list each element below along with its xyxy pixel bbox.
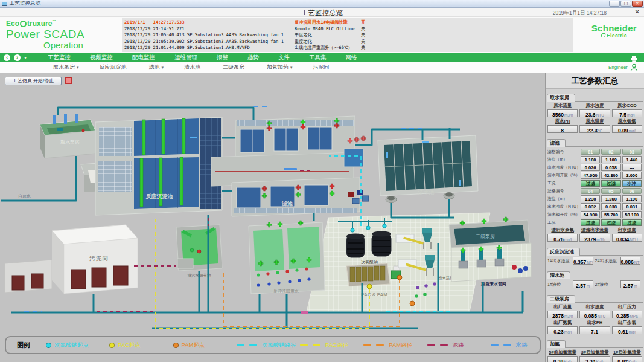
cell-id: 02 [601, 149, 620, 155]
eco-suffix: truxure [27, 19, 52, 28]
section-tab: 滤池 [547, 139, 566, 147]
subnav-intake[interactable]: 取水泵房▾ [53, 63, 79, 71]
mode-badge: 过滤 [601, 180, 620, 187]
secondary-pump-house[interactable]: 二级泵房 至自来水管网 [449, 217, 531, 286]
pac-origin-dot [367, 284, 372, 289]
sedimentation-tank[interactable]: 反应沉淀池 [95, 117, 222, 215]
forward-button[interactable]: › [14, 54, 21, 61]
alarm-row[interactable]: 2018/12/29 21:05:40.413 SP.Substation3.A… [124, 32, 573, 39]
eco-tm: ™ [52, 19, 56, 23]
maximize-button[interactable]: ▢ [620, 1, 631, 7]
plant-overview: 工艺仿真 开始/停止 [0, 73, 545, 362]
ecostruxure-logo: Ecotruxure™ Power SCADA Operation [6, 19, 84, 50]
chevron-down-icon: ▾ [77, 65, 79, 69]
cell-id: 04 [581, 188, 600, 194]
legend-item: 泥路 [427, 341, 491, 349]
raw-water-label: 自原水 [18, 194, 31, 199]
panel-section-chlorine: 加氯 5#前加氯流量0.38Kg/h 3#后加氯流量3.34Kg/h 1#后补氯… [547, 337, 643, 362]
user-name: Engineer [608, 65, 628, 70]
section-tab: 取水泵房 [547, 94, 575, 102]
value-box: 1.180 [581, 156, 600, 163]
value-box: 0.357NTU [573, 257, 593, 265]
panel-section-filter: 滤池 滤格编号 01 02 03 液位（m） 1.180 1.180 1.440… [547, 135, 643, 243]
filter-building[interactable]: 滤池 [211, 116, 369, 216]
simulation-toggle-button[interactable]: 工艺仿真 开始/停止 [5, 77, 62, 85]
nav-item-tools[interactable]: 工具集 [301, 53, 334, 62]
alarm-row[interactable]: 2018/12/29 21:05:39.902 SP.Substation3.A… [124, 39, 573, 45]
subnav-sludge[interactable]: 污泥间 [313, 63, 331, 71]
back-button[interactable]: ‹ [4, 54, 10, 61]
alarm-row[interactable]: 2019/1/1 14:27:17.533 反冲洗回用水1#电磁阀故障 开 [124, 19, 573, 26]
value-box: 2878m3/h [547, 311, 578, 318]
legend-item: PAC路径 [300, 341, 363, 349]
value-box: 0.031 [622, 203, 642, 210]
water-route-icon [491, 344, 499, 346]
subnav-dosing[interactable]: 加絮加药▾ [267, 63, 293, 71]
minimize-button[interactable]: — [609, 1, 620, 7]
to-network-label: 至自来水管网 [480, 282, 506, 286]
chevron-down-icon: ▾ [162, 65, 164, 69]
page-header-strip: 工艺监控总览 2019年1月1日 14:27:18 ✕ [0, 8, 644, 17]
intake-pump-house[interactable]: 取水泵房 [40, 114, 95, 158]
nav-item-files[interactable]: 文件 [270, 53, 298, 62]
naclo-origin-dot [383, 224, 386, 228]
legend-item: 水路 [491, 341, 529, 349]
alarm-message: 反冲洗回用水1#电磁阀故障 [295, 19, 361, 26]
pac-origin-icon [109, 343, 115, 348]
nav-item-video[interactable]: 视频监控 [82, 53, 121, 62]
panel-section-intake: 取水泵房 原水流量3560m3/h 原水浊度23.6NTU 原水COD7.5mg… [547, 90, 643, 134]
value-box: 0.032 [581, 203, 600, 210]
alarm-source: 2018/12/29 21:05:40.413 SP.Substation3.A… [124, 32, 295, 39]
nav-item-network[interactable]: 网络 [338, 53, 365, 62]
sludge-house[interactable]: 污泥间 [5, 225, 138, 294]
value-box: 8 [547, 125, 578, 133]
value-box: 0.026 [581, 164, 600, 171]
subnav-pump2[interactable]: 二级泵房 [223, 63, 246, 71]
alarm-source: 2018/12/29 21:14:51.271 [124, 26, 295, 33]
subnav-clearwell[interactable]: 清水池 [184, 63, 202, 71]
clearwell-tank[interactable]: 清水池 [378, 135, 478, 203]
sludge-house-label: 污泥间 [89, 255, 109, 262]
regulating-pond[interactable]: 排污水调节池 [176, 225, 222, 278]
value-box: 47.600 [581, 172, 600, 179]
simulation-status-lamp [65, 77, 72, 84]
mode-badge: 过滤 [622, 219, 642, 226]
subnav-filter[interactable]: 滤池▾ [149, 63, 164, 71]
mode-badge: 过滤 [601, 219, 620, 226]
close-button[interactable]: ✕ [632, 1, 643, 7]
filter-label: 滤池 [281, 201, 293, 207]
value-box: 42.300 [601, 172, 620, 179]
legend-item: PAM路径 [363, 341, 427, 349]
nav-item-trend[interactable]: 趋势 [240, 53, 267, 62]
nav-item-alarm[interactable]: 报警 [209, 53, 236, 62]
nav-item-process[interactable]: 工艺监控 [40, 53, 78, 62]
vendor-name: Schneider [591, 23, 637, 33]
section-tab: 加氯 [547, 340, 566, 348]
value-box: 58.100 [622, 211, 642, 218]
inner-close-icon[interactable]: ✕ [635, 8, 640, 15]
value-box: 7.1 [579, 326, 610, 334]
alarm-source: 2018/12/29 21:05:39.902 SP.Substation3.A… [124, 39, 295, 45]
alarm-row[interactable]: 2018/12/29 21:01:44.009 SP.Substation1.A… [124, 45, 573, 51]
nav-item-power[interactable]: 配电监控 [124, 53, 163, 62]
subnav-sedimentation[interactable]: 反应沉淀池 [100, 63, 129, 71]
value-box: 3560m3/h [547, 109, 578, 117]
user-menu[interactable]: Engineer [608, 63, 638, 71]
schneider-logo: Schneider Electric [591, 23, 637, 39]
nav-item-ops[interactable]: 运维管理 [167, 53, 205, 62]
naclo-route-icon [237, 344, 244, 346]
alarm-row[interactable]: 2018/12/29 21:14:51.271 Remote M340 PLC … [124, 26, 573, 33]
app-icon [2, 2, 7, 6]
mode-badge: 水冲 [622, 180, 642, 187]
pacpam-label: PAC & PAM [361, 292, 387, 297]
chevron-down-icon[interactable]: ▾ [24, 55, 27, 60]
value-box: 0.23mg/l [547, 326, 578, 334]
backwash-reuse-tank[interactable]: 反冲洗回用水 [249, 221, 325, 294]
product-name-line2: Operation [43, 40, 84, 50]
value-box: 0.82Kg/h [612, 356, 642, 362]
naclo-origin-icon [46, 343, 51, 348]
pam-route-icon [363, 344, 371, 346]
value-box: 2.57m [573, 280, 593, 288]
legend-bar: 图例 次氯酸钠起点 PAC起点 PAM起点 次氯酸钠路径 PAC路径 [5, 336, 541, 354]
legend-item: 次氯酸钠路径 [237, 341, 300, 349]
